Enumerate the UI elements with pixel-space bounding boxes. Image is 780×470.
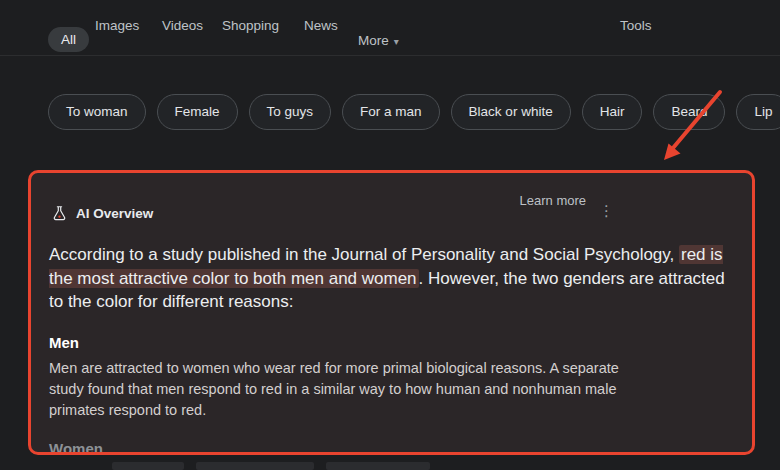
ai-overview-title-wrap: AI Overview [51,205,153,222]
search-nav-bar: All Images Videos Shopping News More▾ To… [0,0,780,56]
more-menu-label: More [358,33,389,48]
cutoff-element [196,462,314,470]
more-menu-button[interactable]: More▾ [358,33,399,48]
cutoff-element [326,462,430,470]
tab-news[interactable]: News [304,18,338,33]
google-search-results-page: All Images Videos Shopping News More▾ To… [0,0,780,470]
tab-all[interactable]: All [48,27,89,52]
intro-text-before: According to a study published in the Jo… [49,245,679,264]
chip-to-guys[interactable]: To guys [249,94,332,130]
ai-overview-title: AI Overview [76,206,153,221]
filter-chips-row: To woman Female To guys For a man Black … [48,94,758,130]
section-heading-men: Men [49,334,734,351]
learn-more-link[interactable]: Learn more [520,193,586,208]
ai-overview-flask-icon [51,205,68,222]
chip-to-woman[interactable]: To woman [48,94,146,130]
tools-button[interactable]: Tools [620,18,652,33]
ai-overview-intro: According to a study published in the Jo… [49,243,727,314]
ai-overview-panel: AI Overview Learn more ⋮ According to a … [28,170,755,455]
chip-for-a-man[interactable]: For a man [342,94,440,130]
chip-black-or-white[interactable]: Black or white [451,94,571,130]
tab-images[interactable]: Images [95,18,139,33]
kebab-menu-icon[interactable]: ⋮ [599,203,614,218]
tab-videos[interactable]: Videos [162,18,203,33]
section-heading-women: Women [49,440,734,456]
section-body-men: Men are attracted to women who wear red … [49,358,624,421]
tab-shopping[interactable]: Shopping [222,18,279,33]
cutoff-element [112,462,184,470]
chip-hair[interactable]: Hair [582,94,643,130]
chip-female[interactable]: Female [157,94,238,130]
chevron-down-icon: ▾ [394,36,399,47]
chip-beard[interactable]: Beard [653,94,725,130]
ai-overview-header: AI Overview Learn more ⋮ [49,185,734,229]
chip-lip[interactable]: Lip [736,94,780,130]
